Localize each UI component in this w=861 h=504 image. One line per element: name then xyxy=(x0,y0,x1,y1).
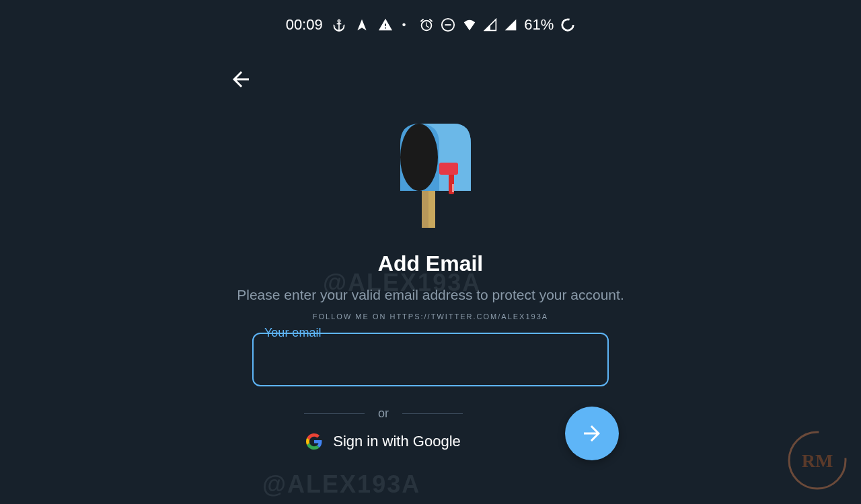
arrow-right-icon xyxy=(580,421,604,446)
rm-badge: RM xyxy=(787,430,848,491)
divider-text: or xyxy=(378,407,389,421)
page-subtitle: Please enter your valid email address to… xyxy=(237,284,624,306)
dnd-icon xyxy=(441,17,455,32)
email-input-label: Your email xyxy=(262,326,324,340)
google-icon xyxy=(306,433,322,450)
navigation-icon xyxy=(355,18,369,32)
battery-percent: 61% xyxy=(524,16,554,34)
status-time: 00:09 xyxy=(286,16,323,34)
svg-rect-4 xyxy=(422,191,428,228)
svg-rect-7 xyxy=(439,163,458,175)
svg-point-5 xyxy=(400,124,438,191)
signal-icon-1 xyxy=(484,18,497,32)
wifi-icon xyxy=(462,17,477,32)
watermark-background: @ALEX193A xyxy=(262,470,420,499)
google-signin-button[interactable]: Sign in with Google xyxy=(306,433,461,450)
watermark-text: FOLLOW ME ON HTTPS://TWITTER.COM/ALEX193… xyxy=(313,312,548,321)
dot-icon: • xyxy=(402,19,406,31)
google-button-label: Sign in with Google xyxy=(333,433,461,450)
svg-text:RM: RM xyxy=(802,450,833,471)
loading-icon xyxy=(560,17,575,32)
mailbox-icon xyxy=(380,117,481,238)
signal-icon-2 xyxy=(504,18,517,32)
continue-button[interactable] xyxy=(565,407,619,460)
alarm-icon xyxy=(419,17,434,32)
back-button[interactable] xyxy=(229,67,253,94)
svg-rect-8 xyxy=(452,184,454,192)
email-input-container: Your email xyxy=(252,333,609,386)
svg-rect-1 xyxy=(445,24,451,26)
status-bar: 00:09 • 61% xyxy=(0,0,861,50)
email-field[interactable] xyxy=(252,333,609,386)
svg-point-2 xyxy=(562,19,574,31)
anchor-icon xyxy=(332,18,346,32)
page-title: Add Email xyxy=(378,251,483,276)
warning-icon xyxy=(378,17,393,32)
or-divider: or xyxy=(304,407,463,421)
